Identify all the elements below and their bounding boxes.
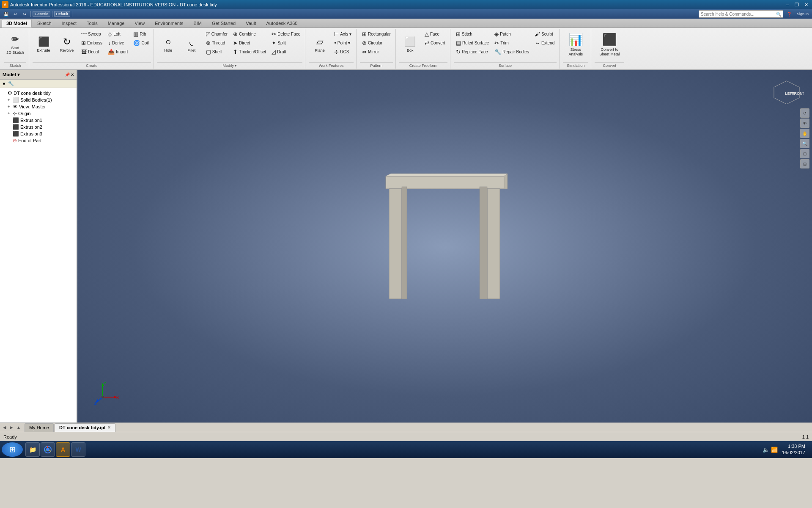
filter-icon[interactable]: ▼ <box>2 81 6 86</box>
qa-generic-dropdown[interactable]: Generic <box>33 11 50 17</box>
taskbar-explorer[interactable]: 📁 <box>25 442 40 457</box>
panel-pin-button[interactable]: 📌 <box>65 72 70 77</box>
shell-button[interactable]: ▢ Shell <box>204 47 230 56</box>
thread-button[interactable]: ⊛ Thread <box>204 39 230 47</box>
circular-button[interactable]: ⊚ Circular <box>360 39 393 47</box>
tab-my-home[interactable]: My Home <box>25 423 54 432</box>
qa-save[interactable]: 💾 <box>2 10 10 18</box>
split-button[interactable]: ✦ Split <box>269 39 302 47</box>
point-button[interactable]: • Point ▾ <box>332 39 354 47</box>
hole-button[interactable]: ○ Hole <box>157 30 179 59</box>
thicken-button[interactable]: ⬆ Thicken/Offset <box>231 47 268 56</box>
tree-item-end-of-part[interactable]: ⊝ End of Part <box>2 137 75 144</box>
axis-button[interactable]: ⊢ Axis ▾ <box>332 30 354 38</box>
fillet-button[interactable]: ◟ Fillet <box>181 30 203 59</box>
extend-button[interactable]: ↔ Extend <box>532 39 557 47</box>
combine-button[interactable]: ⊕ Combine <box>231 30 268 38</box>
tab-getstarted[interactable]: Get Started <box>207 19 240 28</box>
derive-button[interactable]: ↓ Derive <box>106 39 130 47</box>
tab-nav-left[interactable]: ◀ <box>2 424 8 431</box>
tray-network[interactable]: 📶 <box>771 447 778 453</box>
decal-button[interactable]: 🖼 Decal <box>79 47 104 56</box>
view-cube[interactable]: LEFT FRONT <box>770 79 804 104</box>
extrude-button[interactable]: ⬛ Extrude <box>33 30 55 59</box>
box-button[interactable]: ⬜ Box <box>399 30 421 59</box>
taskbar-clock[interactable]: 1:38 PM 16/02/2017 <box>779 443 808 456</box>
ruled-surface-button[interactable]: ▤ Ruled Surface <box>454 39 491 47</box>
restore-button[interactable]: ❐ <box>793 1 801 8</box>
panel-close-button[interactable]: ✕ <box>71 72 74 77</box>
sculpt-button[interactable]: 🖌 Sculpt <box>532 30 557 38</box>
tab-inspect[interactable]: Inspect <box>57 19 81 28</box>
look-at-button[interactable]: 👁 <box>800 119 809 128</box>
tree-item-extrusion1[interactable]: ⬛ Extrusion1 <box>2 117 75 124</box>
stress-analysis-button[interactable]: 📊 StressAnalysis <box>563 30 588 59</box>
tree-item-extrusion3[interactable]: ⬛ Extrusion3 <box>2 130 75 137</box>
search-input[interactable] <box>701 12 776 17</box>
ucs-button[interactable]: ⊹ UCS <box>332 47 354 56</box>
rectangular-button[interactable]: ⊞ Rectangular <box>360 30 393 38</box>
tab-sketch[interactable]: Sketch <box>33 19 56 28</box>
trim-button[interactable]: ✂ Trim <box>492 39 531 47</box>
direct-button[interactable]: ➤ Direct <box>231 39 268 47</box>
tab-manage[interactable]: Manage <box>103 19 129 28</box>
start-2dsketch-button[interactable]: ✏ Start2D Sketch <box>4 30 26 59</box>
qa-undo[interactable]: ↩ <box>11 10 19 18</box>
qa-default-dropdown[interactable]: Default <box>54 11 71 17</box>
tab-close-button[interactable]: ✕ <box>107 425 111 430</box>
tab-a360[interactable]: Autodesk A360 <box>261 19 302 28</box>
import-button[interactable]: 📥 Import <box>106 47 130 56</box>
taskbar-inventor[interactable]: A <box>56 442 70 457</box>
plane-button[interactable]: ▱ Plane <box>309 30 331 59</box>
emboss-button[interactable]: ⊞ Emboss <box>79 39 104 47</box>
tab-nav-up[interactable]: ▲ <box>15 424 22 431</box>
sweep-button[interactable]: 〰 Sweep <box>79 30 104 38</box>
draft-button[interactable]: ◿ Draft <box>269 47 302 56</box>
revolve-button[interactable]: ↻ Revolve <box>56 30 78 59</box>
start-button[interactable]: ⊞ <box>2 442 23 457</box>
sign-in-button[interactable]: Sign In <box>795 10 810 18</box>
model-panel-title[interactable]: Model ▾ <box>3 72 20 77</box>
rib-button[interactable]: ▥ Rib <box>131 30 151 38</box>
tab-vault[interactable]: Vault <box>241 19 261 28</box>
tab-tools[interactable]: Tools <box>82 19 102 28</box>
coil-button[interactable]: 🌀 Coil <box>131 39 151 47</box>
tree-item-solid-bodies[interactable]: + ⬜ Solid Bodies(1) <box>2 97 75 103</box>
minimize-button[interactable]: ─ <box>783 1 792 8</box>
tree-item-view-master[interactable]: + 👁 View: Master <box>2 103 75 110</box>
patch-button[interactable]: ◈ Patch <box>492 30 531 38</box>
viewport[interactable]: Y X Z LEFT FRONT ↺ 👁 ✋ 🔍 <box>77 70 812 422</box>
chamfer-button[interactable]: ◸ Chamfer <box>204 30 230 38</box>
tab-view[interactable]: View <box>130 19 149 28</box>
qa-redo[interactable]: ↪ <box>20 10 29 18</box>
tree-item-extrusion2[interactable]: ⬛ Extrusion2 <box>2 124 75 130</box>
tab-3dmodel[interactable]: 3D Model <box>2 19 32 28</box>
convert-freeform-button[interactable]: ⇄ Convert <box>422 39 447 47</box>
mirror-button[interactable]: ⇔ Mirror <box>360 47 393 56</box>
orbit-button[interactable]: ↺ <box>800 108 809 118</box>
loft-button[interactable]: ◇ Loft <box>106 30 130 38</box>
zoom-button[interactable]: 🔍 <box>800 139 809 148</box>
tab-environments[interactable]: Environments <box>150 19 188 28</box>
repair-bodies-button[interactable]: 🔧 Repair Bodies <box>492 47 531 56</box>
convert-sheet-metal-button[interactable]: ⬛ Convert toSheet Metal <box>595 30 624 59</box>
taskbar-chrome[interactable] <box>41 442 55 457</box>
zoom-all-button[interactable]: ⊡ <box>800 149 809 158</box>
replace-face-button[interactable]: ↻ Replace Face <box>454 47 491 56</box>
pan-button[interactable]: ✋ <box>800 129 809 138</box>
settings-icon[interactable]: 🔧 <box>8 81 14 86</box>
tab-bim[interactable]: BIM <box>189 19 206 28</box>
zoom-window-button[interactable]: ⊟ <box>800 159 809 168</box>
face-button[interactable]: △ Face <box>422 30 447 38</box>
stitch-button[interactable]: ⊞ Stitch <box>454 30 491 38</box>
search-bar[interactable]: 🔍 <box>699 10 783 18</box>
close-button[interactable]: ✕ <box>802 1 810 8</box>
help-button[interactable]: ❓ <box>785 10 793 18</box>
tab-part-file[interactable]: DT cone desk tidy.ipt ✕ <box>55 423 115 432</box>
deleteface-button[interactable]: ✂ Delete Face <box>269 30 302 38</box>
tray-volume[interactable]: 🔈 <box>763 447 769 453</box>
tab-nav-right[interactable]: ▶ <box>8 424 14 431</box>
taskbar-word[interactable]: W <box>71 442 85 457</box>
tree-item-origin[interactable]: + ⊹ Origin <box>2 110 75 117</box>
tree-item-root[interactable]: ⚙ DT cone desk tidy <box>2 90 75 97</box>
